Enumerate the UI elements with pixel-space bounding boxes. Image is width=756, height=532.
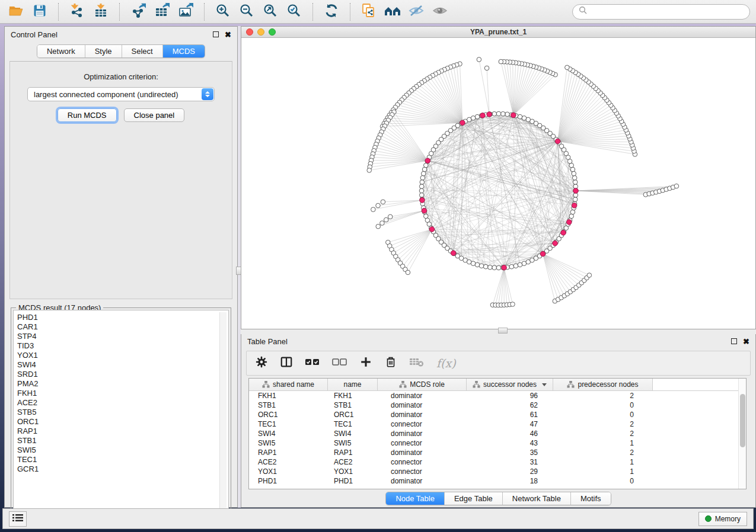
column-header-predecessor-nodes[interactable]: predecessor nodes [553, 379, 653, 390]
float-panel-icon[interactable] [213, 31, 219, 37]
zoom-out-button[interactable] [237, 2, 257, 21]
table-cell[interactable]: 1 [553, 467, 653, 476]
table-cell[interactable]: TEC1 [249, 420, 328, 428]
table-cell[interactable]: ORC1 [249, 411, 328, 419]
select-all-rows-button[interactable] [305, 357, 320, 369]
table-cell[interactable]: ACE2 [249, 458, 328, 466]
table-cell[interactable]: 1 [553, 458, 653, 466]
mcds-result-item[interactable]: GCR1 [17, 464, 228, 474]
table-cell[interactable]: dominator [378, 477, 467, 485]
column-header-name[interactable]: name [328, 379, 378, 390]
table-row[interactable]: SWI4SWI4dominator462 [249, 429, 746, 438]
column-header-successor-nodes[interactable]: successor nodes [467, 379, 553, 390]
search-input[interactable] [591, 8, 744, 16]
mcds-result-item[interactable]: YOX1 [17, 351, 228, 360]
table-row[interactable]: RAP1RAP1dominator352 [249, 448, 746, 457]
export-table-button[interactable] [152, 2, 172, 21]
delete-table-button-disabled[interactable] [409, 357, 425, 370]
table-cell[interactable]: FKH1 [249, 392, 328, 400]
table-cell[interactable]: 47 [467, 420, 553, 428]
first-neighbors-button[interactable] [382, 2, 403, 21]
tab-mcds[interactable]: MCDS [163, 45, 205, 57]
memory-button[interactable]: Memory [698, 512, 747, 526]
table-cell[interactable]: connector [378, 420, 467, 428]
mcds-list-scrollbar[interactable] [219, 312, 227, 518]
new-network-from-selection-button[interactable] [359, 2, 379, 21]
open-button[interactable] [6, 2, 26, 21]
table-cell[interactable]: PHD1 [249, 477, 328, 485]
export-image-button[interactable] [176, 2, 196, 21]
table-settings-button[interactable] [255, 355, 268, 371]
column-header-shared-name[interactable]: shared name [249, 379, 328, 390]
tab-motifs[interactable]: Motifs [571, 492, 611, 505]
mcds-result-item[interactable]: RAP1 [17, 427, 228, 436]
zoom-fit-button[interactable] [260, 2, 280, 21]
hide-selected-button[interactable] [406, 2, 426, 21]
deselect-all-rows-button[interactable] [332, 357, 347, 369]
mcds-result-item[interactable]: SWI5 [17, 446, 228, 455]
tab-node-table[interactable]: Node Table [386, 492, 445, 505]
tab-network[interactable]: Network [37, 45, 85, 57]
delete-column-button[interactable] [384, 355, 397, 371]
table-row[interactable]: PHD1PHD1dominator180 [249, 476, 746, 486]
scrollbar-thumb[interactable] [740, 394, 745, 447]
table-cell[interactable]: YOX1 [249, 467, 328, 476]
table-row[interactable]: SWI5SWI5connector431 [249, 438, 746, 448]
import-network-button[interactable] [67, 2, 87, 21]
table-cell[interactable]: 2 [553, 448, 653, 457]
table-cell[interactable]: TEC1 [328, 420, 378, 428]
table-row[interactable]: YOX1YOX1connector291 [249, 467, 746, 476]
mcds-result-item[interactable]: STB1 [17, 436, 228, 446]
table-row[interactable]: ORC1ORC1dominator610 [249, 410, 746, 419]
show-all-button[interactable] [430, 2, 450, 21]
show-column-panel-button[interactable] [280, 355, 293, 371]
table-scrollbar[interactable] [738, 379, 746, 489]
table-row[interactable]: ACE2ACE2connector311 [249, 457, 746, 467]
table-cell[interactable]: STB1 [328, 401, 378, 409]
network-canvas[interactable] [241, 38, 755, 329]
table-cell[interactable]: 2 [553, 430, 653, 438]
table-cell[interactable]: 43 [467, 439, 553, 447]
table-cell[interactable]: dominator [378, 448, 467, 457]
table-cell[interactable]: 0 [553, 477, 653, 485]
mcds-result-item[interactable]: FKH1 [17, 389, 228, 398]
table-cell[interactable]: 96 [467, 392, 553, 400]
table-cell[interactable]: SWI4 [328, 430, 378, 438]
mcds-result-item[interactable]: PMA2 [17, 379, 228, 389]
table-cell[interactable]: connector [378, 458, 467, 466]
divider-handle[interactable] [498, 328, 508, 334]
tab-style[interactable]: Style [85, 45, 122, 57]
import-table-button[interactable] [91, 2, 111, 21]
table-cell[interactable]: YOX1 [328, 467, 378, 476]
table-row[interactable]: FKH1FKH1dominator962 [249, 391, 746, 400]
run-mcds-button[interactable]: Run MCDS [58, 108, 117, 122]
table-cell[interactable]: SWI5 [249, 439, 328, 447]
table-cell[interactable]: ORC1 [328, 411, 378, 419]
column-header-mcds-role[interactable]: MCDS role [378, 379, 467, 390]
mcds-result-item[interactable]: STB5 [17, 408, 228, 417]
table-cell[interactable]: SWI4 [249, 430, 328, 438]
table-cell[interactable]: dominator [378, 430, 467, 438]
table-cell[interactable]: RAP1 [249, 448, 328, 457]
float-panel-icon[interactable] [731, 338, 737, 344]
export-network-button[interactable] [128, 2, 148, 21]
mcds-result-item[interactable]: CAR1 [17, 322, 228, 332]
table-cell[interactable]: SWI5 [328, 439, 378, 447]
table-cell[interactable]: FKH1 [328, 392, 378, 400]
table-cell[interactable]: 61 [467, 411, 553, 419]
tab-select[interactable]: Select [122, 45, 163, 57]
close-panel-icon[interactable]: ✖ [225, 31, 231, 39]
mcds-result-item[interactable]: SWI4 [17, 360, 228, 370]
mcds-result-item[interactable]: PHD1 [17, 313, 228, 322]
table-row[interactable]: TEC1TEC1connector472 [249, 419, 746, 429]
show-panel-list-button[interactable] [9, 511, 27, 527]
mcds-result-list[interactable]: PHD1 CAR1 STP4 TID3 YOX1 SWI4 SRD1 PMA2 … [13, 310, 229, 521]
network-window-titlebar[interactable]: YPA_prune.txt_1 [241, 27, 755, 38]
save-button[interactable] [30, 2, 50, 21]
table-cell[interactable]: 0 [553, 401, 653, 409]
function-builder-button-disabled[interactable]: f(x) [436, 357, 456, 370]
horizontal-split-divider[interactable] [241, 329, 756, 334]
mcds-result-item[interactable]: ORC1 [17, 417, 228, 427]
table-cell[interactable]: 0 [553, 411, 653, 419]
tab-edge-table[interactable]: Edge Table [445, 492, 503, 505]
